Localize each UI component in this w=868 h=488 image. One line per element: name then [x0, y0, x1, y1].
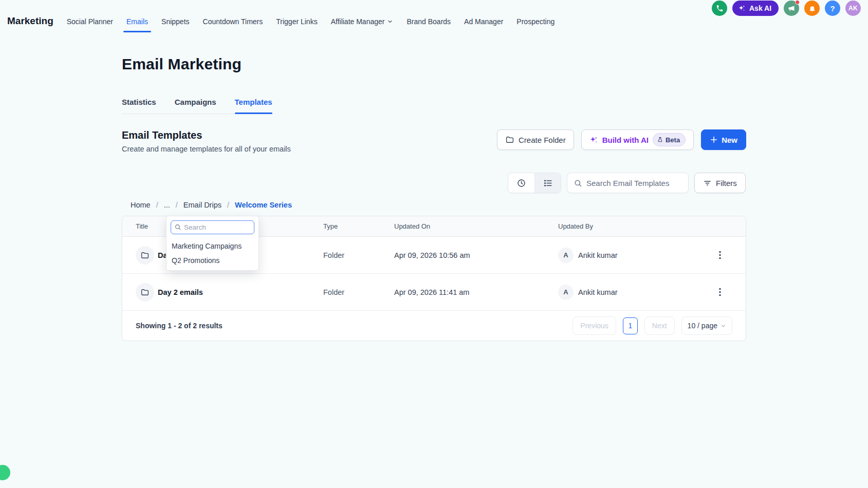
- row-type: Folder: [323, 288, 394, 296]
- notification-dot: [795, 0, 800, 5]
- nav-item-countdown-timers[interactable]: Countdown Timers: [203, 17, 263, 26]
- notifications-button[interactable]: [804, 1, 820, 16]
- help-button[interactable]: ?: [825, 1, 840, 16]
- clock-icon: [516, 178, 526, 188]
- breadcrumb-current[interactable]: Welcome Series: [235, 201, 292, 209]
- row-type: Folder: [323, 251, 394, 259]
- dropdown-item-marketing-campaigns[interactable]: Marketing Campaigns: [171, 239, 254, 253]
- flask-icon: [657, 137, 663, 143]
- announcements-button[interactable]: [784, 1, 799, 16]
- dropdown-item-q2-promotions[interactable]: Q2 Promotions: [171, 253, 254, 268]
- filters-button[interactable]: Filters: [694, 173, 746, 193]
- templates-search: [567, 173, 689, 193]
- row-actions-menu[interactable]: [716, 285, 724, 299]
- ask-ai-label: Ask AI: [749, 4, 771, 12]
- sparkles-icon: [738, 5, 746, 12]
- megaphone-icon: [788, 5, 796, 12]
- next-page-button[interactable]: Next: [644, 316, 675, 335]
- ai-sparkles-icon: [589, 136, 598, 144]
- folder-switcher-dropdown: Marketing Campaigns Q2 Promotions: [166, 216, 259, 271]
- filter-icon: [703, 179, 712, 187]
- nav-item-snippets[interactable]: Snippets: [161, 17, 189, 26]
- breadcrumb-separator: /: [227, 201, 229, 209]
- search-input[interactable]: [586, 179, 689, 187]
- nav-item-emails[interactable]: Emails: [126, 17, 148, 26]
- row-actions-menu[interactable]: [716, 248, 724, 262]
- breadcrumb-ellipsis[interactable]: ...: [164, 201, 170, 209]
- breadcrumb-email-drips[interactable]: Email Drips: [183, 201, 221, 209]
- bell-icon: [808, 5, 816, 12]
- breadcrumb-home[interactable]: Home: [131, 201, 151, 209]
- phone-button[interactable]: [712, 1, 727, 16]
- recent-view-toggle[interactable]: [508, 173, 534, 193]
- avatar-initials: AK: [848, 5, 858, 12]
- breadcrumb-separator: /: [176, 201, 178, 209]
- nav-item-ad-manager[interactable]: Ad Manager: [464, 17, 503, 26]
- brand-label: Marketing: [7, 15, 53, 27]
- column-header-updated-on: Updated On: [394, 222, 558, 230]
- search-icon: [574, 179, 582, 187]
- nav-item-prospecting[interactable]: Prospecting: [516, 17, 555, 26]
- pagination: Previous 1 Next 10 / page: [572, 316, 732, 335]
- folder-icon: [505, 135, 514, 144]
- row-updated-by: A Ankit kumar: [558, 285, 708, 300]
- table-row[interactable]: Day 2 emails Folder Apr 09, 2026 11:41 a…: [122, 274, 746, 311]
- folder-chip: [136, 246, 154, 265]
- user-initial-avatar: A: [558, 248, 574, 263]
- dropdown-search: [171, 220, 254, 234]
- section-title: Email Templates: [122, 129, 291, 141]
- build-with-ai-button[interactable]: Build with AI Beta: [581, 129, 694, 150]
- main-navbar: Marketing Social Planner Emails Snippets…: [7, 15, 555, 27]
- list-view-toggle[interactable]: [534, 173, 561, 193]
- search-icon: [174, 223, 181, 231]
- row-title-cell: Day 2 emails: [136, 283, 323, 302]
- create-folder-button[interactable]: Create Folder: [497, 129, 574, 150]
- user-initial-avatar: A: [558, 285, 574, 300]
- folder-chip: [136, 283, 154, 302]
- row-updated-by: A Ankit kumar: [558, 248, 708, 263]
- tab-statistics[interactable]: Statistics: [122, 98, 156, 114]
- row-title: Day 2 emails: [158, 288, 203, 296]
- nav-item-social-planner[interactable]: Social Planner: [67, 17, 113, 26]
- column-header-updated-by: Updated By: [558, 222, 708, 230]
- tab-templates[interactable]: Templates: [235, 98, 272, 114]
- chevron-down-icon: [721, 323, 726, 329]
- breadcrumb-separator: /: [156, 201, 158, 209]
- new-button[interactable]: New: [701, 129, 746, 150]
- templates-heading-block: Email Templates Create and manage templa…: [122, 129, 291, 153]
- page-title: Email Marketing: [122, 55, 242, 73]
- plus-icon: [710, 136, 718, 144]
- phone-icon: [716, 5, 724, 12]
- breadcrumb: Home / ... / Email Drips / Welcome Serie…: [131, 201, 292, 209]
- topbar-icons: Ask AI ? AK: [712, 1, 861, 16]
- section-subtitle: Create and manage templates for all of y…: [122, 145, 291, 153]
- page-number-button[interactable]: 1: [623, 317, 638, 334]
- list-toolbar: Filters: [508, 173, 746, 193]
- ask-ai-button[interactable]: Ask AI: [732, 1, 779, 16]
- page-size-select[interactable]: 10 / page: [681, 316, 732, 335]
- beta-badge: Beta: [653, 133, 686, 146]
- chevron-down-icon: [387, 18, 393, 25]
- nav-item-trigger-links[interactable]: Trigger Links: [276, 17, 317, 26]
- tab-campaigns[interactable]: Campaigns: [175, 98, 216, 114]
- dropdown-list: Marketing Campaigns Q2 Promotions: [171, 239, 254, 268]
- header-actions: Create Folder Build with AI Beta New: [497, 129, 746, 150]
- user-avatar[interactable]: AK: [845, 1, 861, 16]
- row-updated-on: Apr 09, 2026 11:41 am: [394, 288, 558, 296]
- list-icon: [543, 178, 553, 188]
- view-toggle: [508, 173, 561, 193]
- page-tabs: Statistics Campaigns Templates: [122, 98, 272, 114]
- table-footer: Showing 1 - 2 of 2 results Previous 1 Ne…: [122, 311, 746, 341]
- chat-widget-bubble[interactable]: [0, 465, 10, 480]
- nav-item-brand-boards[interactable]: Brand Boards: [407, 17, 451, 26]
- question-mark-icon: ?: [830, 4, 835, 13]
- templates-header: Email Templates Create and manage templa…: [122, 129, 746, 153]
- previous-page-button[interactable]: Previous: [572, 316, 616, 335]
- dropdown-search-input[interactable]: [171, 220, 254, 234]
- nav-item-affiliate-manager[interactable]: Affiliate Manager: [331, 17, 394, 26]
- column-header-type: Type: [323, 222, 394, 230]
- results-summary: Showing 1 - 2 of 2 results: [136, 322, 223, 330]
- row-updated-on: Apr 09, 2026 10:56 am: [394, 251, 558, 259]
